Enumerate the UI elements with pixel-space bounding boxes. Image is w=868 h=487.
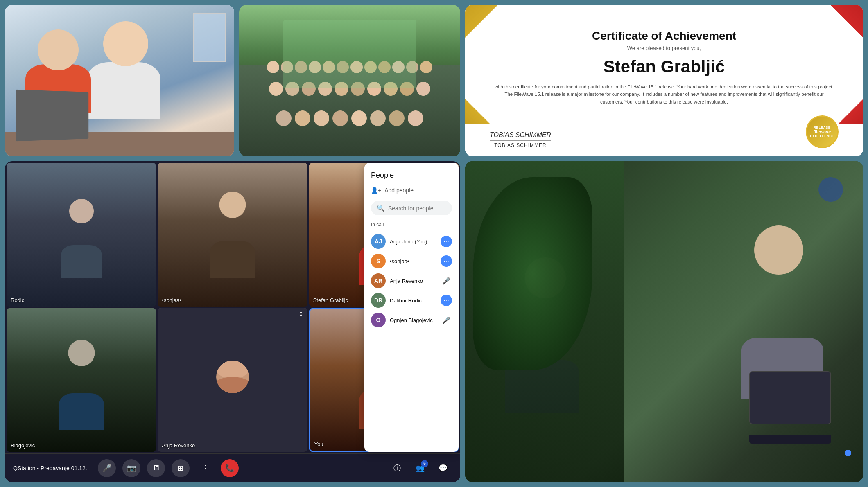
video-cell-rodic: Rodic — [7, 163, 156, 307]
video-cell-anjare-name: Anja Revenko — [162, 442, 195, 449]
person-row-anja-juric: AJ Anja Juric (You) ⋯ — [371, 232, 452, 251]
people-button[interactable]: 👥 6 — [411, 459, 429, 477]
video-cell-rodic-name: Rodic — [11, 297, 24, 303]
person-row-sonjaa: S •sonjaa• ⋯ — [371, 251, 452, 271]
person-row-anja-revenko: AR Anja Revenko 🎤 — [371, 271, 452, 291]
info-button[interactable]: ⓘ — [388, 459, 406, 477]
people-search-container: 🔍 — [371, 201, 452, 215]
cam-button[interactable]: 📷 — [122, 459, 140, 477]
badge-text-2: filewave — [814, 129, 831, 134]
person-avatar-anja-juric: AJ — [371, 234, 386, 249]
add-people-label: Add people — [384, 187, 414, 194]
people-badge: 6 — [421, 460, 428, 467]
cert-sig-italic: TOBIAS SCHIMMER — [490, 131, 551, 141]
person-avatar-sonjaa: S — [371, 254, 386, 268]
person-avatar-dalibor-rodic: DR — [371, 293, 386, 308]
cert-subtitle: We are pleased to present you, — [486, 45, 843, 51]
people-panel-title: People — [371, 171, 452, 180]
person-row-dalibor-rodic: DR Dalibor Rodic ⋯ — [371, 291, 452, 310]
video-cell-sonjaa: •sonjaa• — [158, 163, 307, 307]
person-name-dalibor-rodic: Dalibor Rodic — [390, 298, 436, 304]
people-panel: People 👤+ Add people 🔍 In call AJ Anja J… — [364, 163, 459, 452]
add-people-icon: 👤+ — [371, 187, 381, 194]
video-call-panel: Rodic •sonjaa• ⋯ Stefan Grablijc — [5, 161, 460, 482]
video-cell-blagojevic: Blagojevic — [7, 308, 156, 452]
toolbar-right: ⓘ 👥 6 💬 — [388, 459, 452, 477]
chat-button[interactable]: 💬 — [434, 459, 452, 477]
video-cell-sonjaa-name: •sonjaa• — [162, 297, 181, 303]
person-avatar-ognjen: O — [371, 313, 386, 327]
person-name-anja-revenko: Anja Revenko — [390, 278, 436, 284]
photo-group — [239, 5, 460, 156]
person-action-sonjaa[interactable]: ⋯ — [441, 255, 452, 267]
cert-recipient: Stefan Grabljić — [486, 57, 843, 77]
people-search-input[interactable] — [388, 205, 446, 212]
video-toolbar: QStation - Predavanje 01.12. 🎤 📷 🖥 ⊞ ⋮ 📞… — [5, 453, 460, 482]
certificate-panel: Certificate of Achievement We are please… — [465, 5, 863, 156]
badge-text-3: EXCELLENCE — [810, 134, 834, 138]
badge-text-1: RELEASE — [814, 126, 830, 129]
person-action-anja-juric[interactable]: ⋯ — [441, 236, 452, 247]
photo-working-men — [465, 161, 863, 482]
person-name-sonjaa: •sonjaa• — [390, 258, 436, 264]
cert-title: Certificate of Achievement — [486, 29, 843, 43]
person-row-ognjen: O Ognjen Blagojevic 🎤 — [371, 310, 452, 330]
person-mic-anja-revenko: 🎤 — [441, 275, 452, 286]
person-mic-ognjen: 🎤 — [441, 314, 452, 326]
end-call-button[interactable]: 📞 — [221, 459, 239, 477]
more-button[interactable]: ⋮ — [196, 459, 214, 477]
in-call-label: In call — [371, 222, 452, 228]
person-name-anja-juric: Anja Juric (You) — [390, 239, 436, 245]
add-people-button[interactable]: 👤+ Add people — [371, 185, 452, 195]
person-name-ognjen: Ognjen Blagojevic — [390, 317, 436, 323]
video-cell-blagojevic-name: Blagojevic — [11, 442, 35, 449]
mic-button[interactable]: 🎤 — [98, 459, 116, 477]
video-cell-stefan-name: Stefan Grablijc — [313, 297, 348, 303]
video-cell-anjare-mic: 🎙 — [298, 311, 304, 318]
cert-badge: RELEASE filewave EXCELLENCE — [806, 115, 839, 148]
photo-two-men — [5, 5, 234, 156]
video-cell-anjare: 🎙 Anja Revenko — [158, 308, 307, 452]
cert-body: with this certificate for your commitmen… — [486, 83, 843, 106]
layout-button[interactable]: ⊞ — [172, 459, 190, 477]
search-icon: 🔍 — [377, 204, 385, 212]
person-avatar-anja-revenko: AR — [371, 273, 386, 288]
cert-sig-caps: TOBIAS SCHIMMER — [490, 142, 551, 148]
present-button[interactable]: 🖥 — [147, 459, 165, 477]
video-cell-you-name: You — [314, 441, 323, 447]
person-action-dalibor-rodic[interactable]: ⋯ — [441, 295, 452, 306]
toolbar-title: QStation - Predavanje 01.12. — [13, 465, 87, 471]
